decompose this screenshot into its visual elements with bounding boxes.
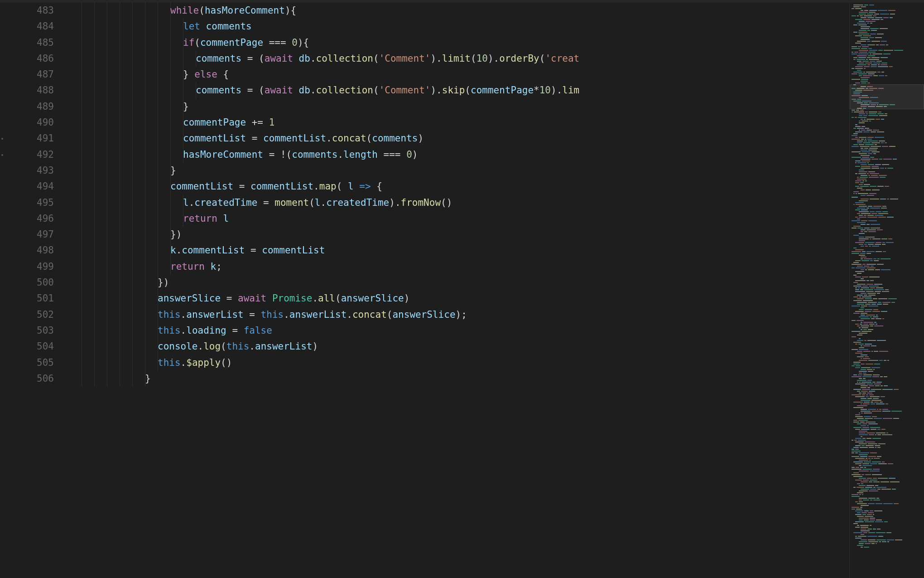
indent-guide [82,147,82,163]
indent-guide [120,307,120,323]
code-line[interactable]: } [65,371,849,387]
code-line[interactable]: this.$apply() [65,355,849,371]
token: ) [404,293,410,304]
code-line[interactable]: comments = (await db.collection('Comment… [65,51,849,67]
indent-guide [94,355,95,371]
indent-guide [158,195,158,211]
indent-guide [132,179,133,194]
code-editor[interactable]: while(hasMoreComment){let commentsif(com… [65,3,849,578]
line-number-gutter[interactable]: 4834844854864874884894904914924934944954… [6,3,65,578]
code-line[interactable]: hasMoreComment = !(comments.length === 0… [65,147,849,163]
code-line[interactable]: comments = (await db.collection('Comment… [65,83,849,98]
minimap[interactable] [849,3,924,578]
indent-guide [132,211,133,227]
token: comments [196,85,241,96]
token: await [265,53,293,64]
token: } [183,101,189,112]
token: = ( [241,85,265,96]
indent-guide [94,195,95,211]
indent-guide [145,371,145,387]
token: comments [196,53,241,64]
indent-guide [82,259,82,275]
token: limit [442,53,471,64]
code-line[interactable]: } else { [65,67,849,83]
indent-guide [158,163,158,179]
token: commentPage [471,85,534,96]
line-number: 485 [6,35,54,51]
token: . [198,341,204,352]
indent-guide [158,83,158,98]
indent-guide [107,355,107,371]
indent-guide [145,227,145,243]
indent-guide [82,67,82,83]
indent-guide [158,307,158,323]
code-line[interactable]: answerSlice = await Promise.all(answerSl… [65,291,849,306]
code-line[interactable]: commentPage += 1 [65,115,849,131]
indent-guide [94,211,95,227]
token: => [359,181,371,192]
indent-guide [120,51,120,67]
code-line[interactable]: } [65,99,849,115]
indent-guide [158,51,158,67]
indent-guide [120,211,120,227]
token: = [245,245,262,256]
indent-guide [82,99,82,115]
code-line[interactable]: return l [65,211,849,227]
token: ( [539,53,545,64]
code-line[interactable]: if(commentPage === 0){ [65,35,849,51]
token: += [246,117,269,128]
code-line[interactable]: commentList = commentList.map( l => { [65,179,849,194]
token: comments [292,149,337,160]
token: { [371,181,382,192]
minimap-viewport[interactable] [850,84,924,109]
indent-guide [170,67,171,83]
token: . [189,197,195,208]
indent-guide [170,19,171,34]
code-line[interactable]: l.createdTime = moment(l.createdTime).fr… [65,195,849,211]
code-line[interactable]: this.answerList = this.answerList.concat… [65,307,849,323]
code-line[interactable]: let comments [65,19,849,34]
token: commentList [170,181,233,192]
token: return [183,213,217,224]
indent-guide [145,67,145,83]
indent-guide [82,19,82,34]
token: = [246,133,263,144]
indent-guide [120,275,120,291]
code-line[interactable]: while(hasMoreComment){ [65,3,849,19]
code-line[interactable]: console.log(this.answerList) [65,339,849,355]
indent-guide [145,35,145,51]
token: l [348,181,354,192]
line-number: 498 [6,243,54,258]
code-line[interactable]: }) [65,275,849,291]
indent-guide [107,163,107,179]
indent-guide [170,147,171,163]
line-number: 490 [6,115,54,131]
token: this [158,325,181,336]
code-line[interactable]: return k; [65,259,849,275]
indent-guide [145,355,145,371]
code-line[interactable]: commentList = commentList.concat(comment… [65,131,849,146]
indent-guide [132,83,133,98]
code-line[interactable]: k.commentList = commentList [65,243,849,258]
code-line[interactable]: } [65,163,849,179]
indent-guide [82,291,82,306]
token: . [284,309,289,320]
line-number: 491 [6,131,54,146]
code-line[interactable]: this.loading = false [65,323,849,339]
indent-guide [120,3,120,19]
token: ( [471,53,476,64]
token: log [203,341,221,352]
token: false [244,325,272,336]
indent-guide [158,291,158,306]
indent-guide [170,131,171,146]
indent-guide [158,115,158,131]
token: l [183,197,189,208]
indent-guide [94,323,95,339]
token: 'Comment' [379,53,431,64]
token: = [257,197,274,208]
line-number: 488 [6,83,54,98]
token: ){ [285,5,296,16]
indent-guide [132,307,133,323]
code-line[interactable]: }) [65,227,849,243]
line-number: 492 [6,147,54,163]
